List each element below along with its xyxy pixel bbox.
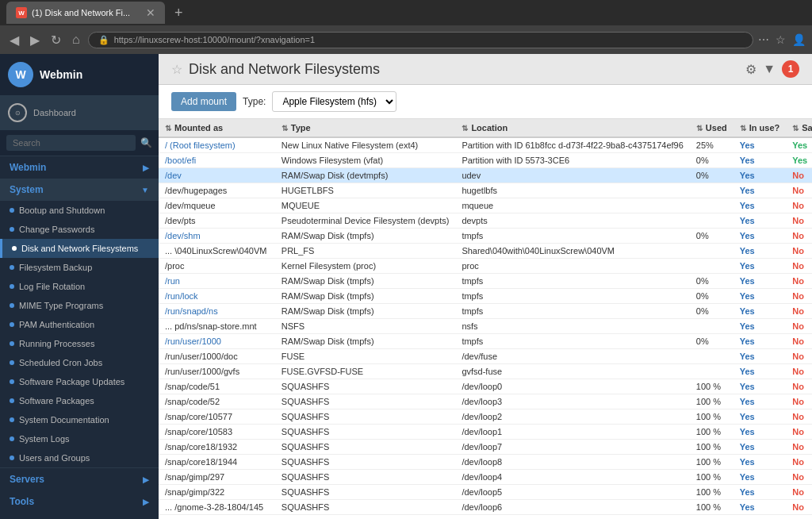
forward-button[interactable]: ▶ <box>27 31 43 49</box>
sidebar-item-disk-filesystems[interactable]: Disk and Network Filesystems <box>0 239 159 258</box>
sidebar-item-system-logs[interactable]: System Logs <box>0 429 159 448</box>
cell-mounted-as: ... p/gnome-3-34-1804/36 <box>159 515 275 520</box>
dashboard-button[interactable]: ⊙ Dashboard <box>0 95 159 130</box>
cell-saved: No <box>786 168 812 183</box>
cell-mounted-as: /snap/gimp/322 <box>159 485 275 500</box>
cell-mounted-as: ... \040LinuxScrew\040VM <box>159 244 275 259</box>
cell-inuse: Yes <box>733 259 787 274</box>
cell-saved: No <box>786 213 812 229</box>
browser-chrome: W (1) Disk and Network Fi... ✕ + ◀ ▶ ↻ ⌂… <box>0 0 812 54</box>
mount-link[interactable]: /run <box>165 276 180 286</box>
col-saved[interactable]: ⇅Saved? <box>786 119 812 137</box>
table-row: /run/user/1000/gvfsFUSE.GVFSD-FUSEgvfsd-… <box>159 364 812 379</box>
system-section-label: System <box>10 184 44 195</box>
sidebar-item-servers[interactable]: Servers ▶ <box>0 468 159 490</box>
cell-used <box>690 213 733 229</box>
settings-icon[interactable]: ⚙ <box>745 62 756 77</box>
table-row: /snap/core/10577SQUASHFS/dev/loop2100 %Y… <box>159 409 812 425</box>
cell-mounted-as: /snap/code/52 <box>159 394 275 409</box>
cell-used: 100 % <box>690 440 733 455</box>
dot-icon <box>10 417 14 422</box>
table-row: /runRAM/Swap Disk (tmpfs)tmpfs0%YesNo <box>159 274 812 289</box>
cell-saved: No <box>786 409 812 425</box>
cell-mounted-as: /boot/efi <box>159 153 275 168</box>
reload-button[interactable]: ↻ <box>48 31 64 49</box>
cell-location: /dev/loop7 <box>455 440 689 455</box>
bookmark-icon[interactable]: ☆ <box>776 33 786 46</box>
profile-icon[interactable]: 👤 <box>792 33 806 46</box>
disk-filesystems-label: Disk and Network Filesystems <box>21 244 138 253</box>
sidebar-item-users-groups[interactable]: Users and Groups <box>0 448 159 467</box>
sidebar-item-software-packages[interactable]: Software Packages <box>0 391 159 410</box>
notifications-badge[interactable]: 1 <box>782 60 799 78</box>
dot-icon <box>10 398 14 403</box>
browser-tab-active[interactable]: W (1) Disk and Network Fi... ✕ <box>6 2 165 24</box>
cell-mounted-as: /dev <box>159 168 275 183</box>
mount-link[interactable]: /run/lock <box>165 291 198 301</box>
cell-saved: No <box>786 500 812 515</box>
filesystems-table-container: ⇅Mounted as ⇅Type ⇅Location ⇅Used ⇅In us… <box>159 119 812 519</box>
webmin-logo: W <box>8 62 33 87</box>
cell-location: tmpfs <box>455 334 689 349</box>
cell-used: 0% <box>690 274 733 289</box>
mount-link[interactable]: / (Root filesystem) <box>165 140 236 150</box>
home-button[interactable]: ⌂ <box>69 31 83 48</box>
sidebar-item-change-passwords[interactable]: Change Passwords <box>0 220 159 239</box>
filesystems-table: ⇅Mounted as ⇅Type ⇅Location ⇅Used ⇅In us… <box>159 119 812 519</box>
cell-type: SQUASHFS <box>275 470 456 485</box>
sidebar-item-tools[interactable]: Tools ▶ <box>0 490 159 513</box>
dot-icon <box>10 360 14 365</box>
col-type[interactable]: ⇅Type <box>275 119 456 137</box>
cell-inuse: Yes <box>733 168 787 183</box>
sidebar-item-cron-jobs[interactable]: Scheduled Cron Jobs <box>0 353 159 372</box>
sidebar-item-mime-type[interactable]: MIME Type Programs <box>0 296 159 315</box>
cell-location: /dev/fuse <box>455 349 689 364</box>
sidebar-item-software-updates[interactable]: Software Package Updates <box>0 372 159 391</box>
search-input[interactable] <box>6 135 136 151</box>
sidebar-item-networking[interactable]: Networking ▶ <box>0 513 159 519</box>
sidebar-item-bootup[interactable]: Bootup and Shutdown <box>0 201 159 220</box>
mount-link[interactable]: /run/snapd/ns <box>165 306 218 316</box>
sidebar-item-system[interactable]: System ▼ <box>0 179 159 201</box>
tab-close-button[interactable]: ✕ <box>146 6 155 19</box>
cell-mounted-as: /run/user/1000/gvfs <box>159 364 275 379</box>
dot-icon <box>10 436 14 441</box>
change-passwords-label: Change Passwords <box>19 225 94 234</box>
add-mount-button[interactable]: Add mount <box>171 92 236 111</box>
favorite-star-icon[interactable]: ☆ <box>171 62 182 77</box>
mount-link[interactable]: /dev <box>165 171 182 180</box>
cell-used: 100 % <box>690 485 733 500</box>
type-select[interactable]: Apple Filesystem (hfs) <box>272 91 396 112</box>
sort-icon: ⇅ <box>165 124 171 133</box>
cell-inuse: Yes <box>733 485 787 500</box>
sidebar-item-pam[interactable]: PAM Authentication <box>0 315 159 334</box>
cell-saved: Yes <box>786 137 812 153</box>
dot-icon <box>10 208 14 213</box>
col-used[interactable]: ⇅Used <box>690 119 733 137</box>
cell-inuse: Yes <box>733 379 787 394</box>
extensions-icon[interactable]: ⋯ <box>758 33 769 46</box>
cell-mounted-as: /snap/core18/1932 <box>159 440 275 455</box>
sidebar-item-running-processes[interactable]: Running Processes <box>0 334 159 353</box>
log-rotation-label: Log File Rotation <box>19 282 85 291</box>
cell-type: PRL_FS <box>275 244 456 259</box>
sidebar-item-filesystem-backup[interactable]: Filesystem Backup <box>0 258 159 277</box>
mount-link[interactable]: /dev/shm <box>165 231 201 240</box>
col-location[interactable]: ⇅Location <box>455 119 689 137</box>
col-mounted-as[interactable]: ⇅Mounted as <box>159 119 275 137</box>
back-button[interactable]: ◀ <box>6 31 22 49</box>
mount-link[interactable]: /boot/efi <box>165 156 196 165</box>
sidebar-item-webmin[interactable]: Webmin ▶ <box>0 156 159 179</box>
mount-link[interactable]: /run/user/1000 <box>165 336 221 346</box>
cell-saved: No <box>786 229 812 244</box>
new-tab-button[interactable]: + <box>168 5 190 21</box>
address-bar[interactable]: 🔒 https://linuxscrew-host:10000/mount/?x… <box>88 32 753 48</box>
sidebar-item-system-doc[interactable]: System Documentation <box>0 410 159 429</box>
filter-icon[interactable]: ▼ <box>763 62 776 76</box>
col-inuse[interactable]: ⇅In use? <box>733 119 787 137</box>
dot-icon <box>12 246 17 251</box>
cell-location: /dev/loop4 <box>455 470 689 485</box>
cell-inuse: Yes <box>733 137 787 153</box>
sidebar-item-log-rotation[interactable]: Log File Rotation <box>0 277 159 296</box>
table-row: ... \040LinuxScrew\040VMPRL_FSShared\040… <box>159 244 812 259</box>
